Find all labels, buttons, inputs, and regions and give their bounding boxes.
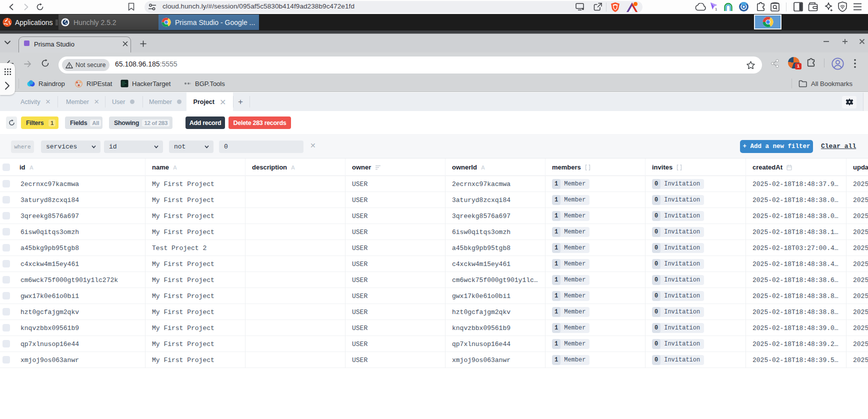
svg-text:A: A [173, 164, 177, 170]
svg-text:A: A [291, 164, 295, 170]
svg-text:A: A [30, 164, 34, 170]
svg-text:A: A [481, 164, 485, 170]
svg-text:1: 1 [715, 7, 718, 12]
